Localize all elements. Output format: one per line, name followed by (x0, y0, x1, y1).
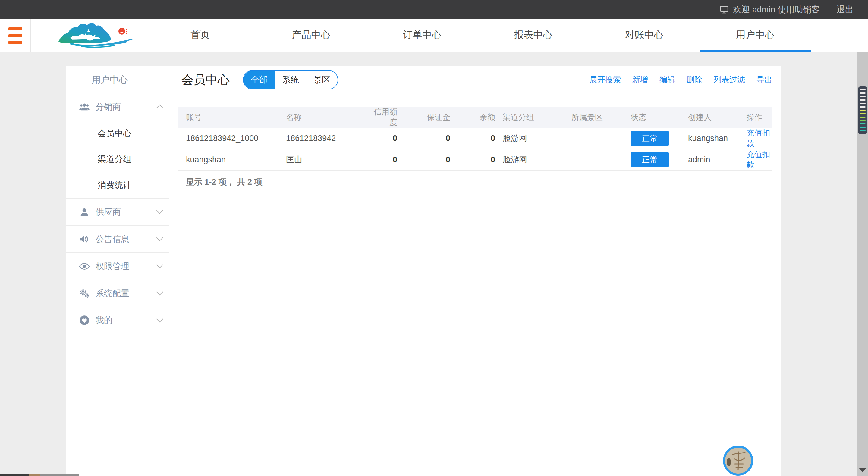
cell-name: 匡山 (278, 149, 368, 170)
toolbar-actions: 展开搜索 新增 编辑 删除 列表过滤 导出 (590, 74, 772, 85)
chevron-down-icon (156, 234, 163, 241)
welcome-group: 欢迎 admin 使用助销客 (720, 4, 820, 15)
chevron-down-icon (156, 261, 163, 268)
page-title: 会员中心 (181, 71, 230, 88)
tab-scenic[interactable]: 景区 (306, 71, 338, 89)
nav-divider (30, 19, 31, 52)
col-status: 状态 (623, 107, 680, 128)
scope-tab-group: 全部 系统 景区 (243, 70, 338, 90)
sidebar-item-mine[interactable]: 我的 (66, 307, 169, 334)
add-link[interactable]: 新增 (632, 74, 648, 85)
recharge-deduct-link[interactable]: 充值扣款 (747, 128, 770, 148)
logout-link[interactable]: 退出 (837, 4, 854, 15)
sidebar-item-label: 供应商 (96, 207, 121, 218)
export-link[interactable]: 导出 (756, 74, 772, 85)
main-content: 会员中心 全部 系统 景区 展开搜索 新增 编辑 删除 列表过滤 导出 账号 (169, 66, 781, 476)
table-row[interactable]: 18612183942_1000 18612183942 0 0 0 脸游网 正… (178, 128, 772, 149)
cell-channel-group: 脸游网 (496, 149, 563, 170)
sidebar-item-suppliers[interactable]: 供应商 (66, 198, 169, 225)
col-account: 账号 (178, 107, 278, 128)
users-icon (79, 101, 90, 113)
nav-item-user-center[interactable]: 用户中心 (700, 19, 811, 52)
top-bar: 欢迎 admin 使用助销客 退出 (0, 0, 868, 19)
pagination-summary: 显示 1-2 项， 共 2 项 (186, 177, 772, 187)
sidebar: 用户中心 分销商 会员中心 渠道分组 消费统计 供应商 公告信息 (66, 66, 169, 476)
chevron-down-icon (156, 207, 163, 214)
cell-deposit: 0 (398, 149, 451, 170)
col-credit: 信用额度 (368, 107, 398, 128)
cell-creator: kuangshan (680, 128, 738, 149)
members-table: 账号 名称 信用额度 保证金 余额 渠道分组 所属景区 状态 创建人 操作 18… (178, 107, 772, 170)
nav-item-orders[interactable]: 订单中心 (367, 19, 478, 52)
cell-scenic (563, 149, 623, 170)
cell-status: 正常 (623, 149, 680, 170)
main-nav: 首页 产品中心 订单中心 报表中心 对账中心 用户中心 (145, 19, 811, 52)
sidebar-item-label: 权限管理 (96, 261, 129, 272)
tab-system[interactable]: 系统 (275, 71, 306, 89)
nav-item-home[interactable]: 首页 (145, 19, 255, 52)
members-table-wrap: 账号 名称 信用额度 保证金 余额 渠道分组 所属景区 状态 创建人 操作 18… (178, 107, 772, 170)
status-badge: 正常 (631, 131, 669, 146)
heart-icon (79, 315, 90, 326)
chevron-down-icon (156, 316, 163, 323)
floating-avatar[interactable] (723, 446, 753, 476)
gears-icon (79, 288, 90, 299)
cell-operation: 充值扣款 (738, 149, 772, 170)
chevron-down-icon (156, 289, 163, 295)
seal-stamp (119, 28, 125, 35)
bottom-edge-strip (40, 475, 79, 476)
sidebar-item-announcements[interactable]: 公告信息 (66, 225, 169, 252)
status-badge: 正常 (631, 153, 669, 167)
table-header-row: 账号 名称 信用额度 保证金 余额 渠道分组 所属景区 状态 创建人 操作 (178, 107, 772, 128)
sidebar-item-system-config[interactable]: 系统配置 (66, 280, 169, 307)
sidebar-subitem-channel-groups[interactable]: 渠道分组 (66, 147, 169, 172)
user-icon (79, 207, 90, 218)
cell-channel-group: 脸游网 (496, 128, 563, 149)
sidebar-item-label: 公告信息 (96, 233, 129, 245)
cell-name: 18612183942 (278, 128, 368, 149)
cell-operation: 充值扣款 (738, 128, 772, 149)
sidebar-title: 用户中心 (66, 66, 169, 93)
eye-icon (79, 261, 90, 272)
col-scenic: 所属景区 (563, 107, 623, 128)
table-row[interactable]: kuangshan 匡山 0 0 0 脸游网 正常 admin 充值扣款 (178, 149, 772, 170)
col-channel-group: 渠道分组 (496, 107, 563, 128)
content-header: 会员中心 全部 系统 景区 展开搜索 新增 编辑 删除 列表过滤 导出 (169, 66, 781, 93)
recharge-deduct-link[interactable]: 充值扣款 (747, 150, 770, 169)
cell-balance: 0 (451, 149, 496, 170)
bottom-edge-strip (29, 475, 40, 476)
col-creator: 创建人 (680, 107, 738, 128)
avatar-calligraphy-image (725, 448, 751, 474)
nav-item-products[interactable]: 产品中心 (255, 19, 367, 52)
tab-all[interactable]: 全部 (244, 71, 275, 89)
brand-logo (55, 22, 136, 50)
sidebar-item-label: 系统配置 (96, 288, 129, 299)
chevron-up-icon (156, 104, 163, 112)
scrollbar-thumb[interactable] (858, 87, 867, 134)
nav-bar: 首页 产品中心 订单中心 报表中心 对账中心 用户中心 (0, 19, 868, 52)
cell-credit: 0 (368, 149, 398, 170)
scrollbar-track[interactable] (858, 52, 868, 476)
sidebar-item-permissions[interactable]: 权限管理 (66, 252, 169, 280)
list-filter-link[interactable]: 列表过滤 (714, 74, 745, 85)
col-name: 名称 (278, 107, 368, 128)
cell-account: 18612183942_1000 (178, 128, 278, 149)
cell-balance: 0 (451, 128, 496, 149)
delete-link[interactable]: 删除 (687, 74, 702, 85)
nav-item-reports[interactable]: 报表中心 (478, 19, 589, 52)
edit-link[interactable]: 编辑 (659, 74, 675, 85)
megaphone-icon (79, 234, 90, 245)
sidebar-item-distributors[interactable]: 分销商 (66, 93, 169, 121)
sidebar-subitem-consumption-stats[interactable]: 消费统计 (66, 172, 169, 198)
sidebar-subitem-member-center[interactable]: 会员中心 (66, 121, 169, 147)
cell-credit: 0 (368, 128, 398, 149)
col-balance: 余额 (451, 107, 496, 128)
bottom-edge-strip (0, 475, 29, 476)
welcome-text: 欢迎 admin 使用助销客 (733, 4, 820, 15)
monitor-icon (720, 5, 729, 14)
nav-item-reconciliation[interactable]: 对账中心 (589, 19, 700, 52)
expand-search-link[interactable]: 展开搜索 (590, 74, 621, 85)
cell-account: kuangshan (178, 149, 278, 170)
hamburger-menu-icon[interactable] (8, 27, 22, 44)
scrollbar-down-arrow-icon[interactable] (859, 468, 866, 472)
